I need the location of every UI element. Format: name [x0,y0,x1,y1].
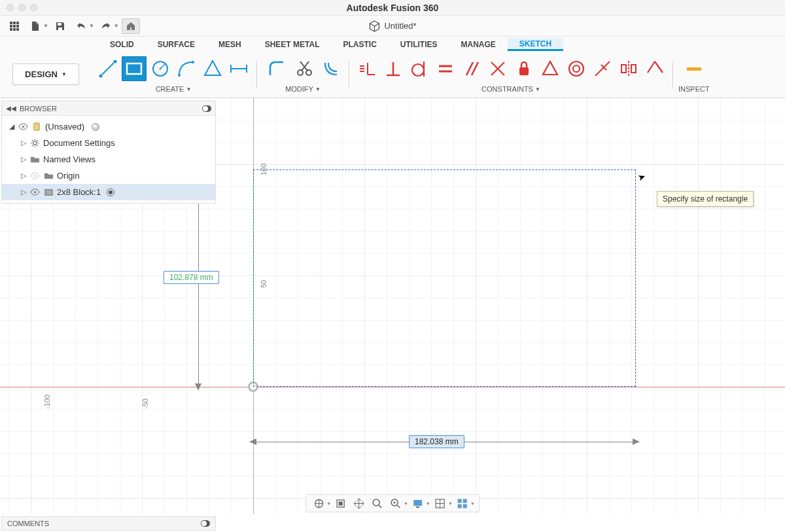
undo-icon[interactable] [72,18,90,34]
svg-rect-0 [10,22,12,24]
rectangle-tool-icon[interactable] [122,56,147,81]
document-tab[interactable]: Untitled* [368,20,416,32]
equal-constraint-icon[interactable] [433,56,458,81]
arc-tool-icon[interactable] [174,56,199,81]
zoom-window-icon[interactable] [387,496,404,510]
svg-line-16 [160,63,166,69]
grid-settings-icon[interactable] [432,496,449,510]
browser-header[interactable]: ◀◀ BROWSER [2,101,215,116]
save-icon[interactable] [51,18,69,34]
tab-manage[interactable]: MANAGE [449,39,507,51]
tab-mesh[interactable]: MESH [207,39,253,51]
svg-rect-2 [16,22,19,24]
home-icon[interactable] [122,18,140,34]
chevron-down-icon[interactable]: ▼ [43,23,48,29]
orbit-icon[interactable] [310,496,327,510]
comments-panel-header[interactable]: COMMENTS [1,516,216,531]
coincident-constraint-icon[interactable] [485,56,510,81]
tree-item-document-settings[interactable]: ▷ Document Settings [2,135,215,151]
folder-icon [43,171,54,181]
perpendicular-constraint-icon[interactable] [381,56,406,81]
pan-icon[interactable] [351,496,368,510]
tab-sheet-metal[interactable]: SHEET METAL [253,39,332,51]
group-label-constraints[interactable]: CONSTRAINTS ▼ [481,85,540,93]
ribbon-group-inspect: INSPECT [674,51,710,98]
zoom-icon[interactable] [369,496,386,510]
sketch-rectangle[interactable] [253,169,636,387]
document-name: Untitled* [384,21,416,31]
redo-icon[interactable] [97,18,115,34]
fillet-tool-icon[interactable] [262,56,291,81]
ribbon-group-constraints: CONSTRAINTS ▼ [351,51,671,98]
dimension-tool-icon[interactable] [226,56,251,81]
polygon-tool-icon[interactable] [200,56,225,81]
workspace-switcher[interactable]: DESIGN ▼ [12,63,79,85]
component-icon [43,187,54,197]
width-dimension-input[interactable]: 182.038 mm [409,435,464,448]
tab-surface[interactable]: SURFACE [146,39,207,51]
chevron-down-icon[interactable]: ▼ [114,23,119,29]
quick-access-toolbar: ▼ ▼ ▼ Untitled* [0,16,785,37]
tab-sketch[interactable]: SKETCH [508,38,563,51]
curvature-constraint-icon[interactable] [642,56,667,81]
inspect-tool-icon[interactable] [682,56,706,81]
trim-tool-icon[interactable] [292,56,317,81]
tree-item-block[interactable]: ▷ 2x8 Block:1 [2,184,215,200]
height-dimension-input[interactable]: 102.878 mm [164,271,219,284]
maximize-window-icon[interactable] [30,4,37,11]
eye-icon[interactable] [18,122,28,132]
component-icon [31,122,42,132]
line-tool-icon[interactable] [96,56,120,81]
activate-radio-icon[interactable] [107,188,114,196]
collinear-constraint-icon[interactable] [590,56,615,81]
fix-constraint-icon[interactable] [512,56,536,81]
appearance-icon[interactable] [92,123,99,131]
browser-tree: ◢ (Unsaved) ▷ Document Settings ▷ Named … [2,116,215,203]
data-panel-icon[interactable] [5,18,24,34]
tab-solid[interactable]: SOLID [98,39,146,51]
file-menu-icon[interactable] [26,18,44,34]
parallel-constraint-icon[interactable] [459,56,484,81]
close-window-icon[interactable] [7,4,14,11]
svg-point-19 [192,61,194,63]
window-titlebar: Autodesk Fusion 360 [0,0,785,16]
svg-rect-68 [414,500,423,506]
symmetry-constraint-icon[interactable] [616,56,641,81]
tooltip: Specify size of rectangle [657,191,754,207]
traffic-lights [0,4,37,11]
horizontal-constraint-icon[interactable] [355,56,379,81]
folder-icon [29,154,40,164]
svg-point-18 [178,74,181,77]
axis-tick-label: -100 [43,395,51,409]
circle-tool-icon[interactable] [148,56,173,81]
eye-icon[interactable] [29,171,40,181]
tree-item-origin[interactable]: ▷ Origin [2,168,215,184]
tab-plastic[interactable]: PLASTIC [331,39,388,51]
svg-point-11 [99,75,103,78]
svg-rect-4 [13,25,16,27]
viewport-settings-icon[interactable] [454,496,471,510]
tab-utilities[interactable]: UTILITIES [389,39,449,51]
svg-line-13 [102,63,114,75]
tree-item-named-views[interactable]: ▷ Named Views [2,151,215,168]
look-at-icon[interactable] [332,496,349,510]
tree-root[interactable]: ◢ (Unsaved) [2,118,215,135]
svg-rect-9 [58,23,61,26]
group-label-modify[interactable]: MODIFY ▼ [285,85,321,93]
chevron-down-icon[interactable]: ▼ [89,23,94,29]
svg-rect-1 [13,22,16,24]
group-label-create[interactable]: CREATE ▼ [156,85,192,93]
display-settings-icon[interactable] [410,496,427,510]
svg-line-50 [648,62,655,73]
midpoint-constraint-icon[interactable] [538,56,563,81]
tangent-constraint-icon[interactable] [407,56,432,81]
concentric-constraint-icon[interactable] [564,56,589,81]
offset-tool-icon[interactable] [319,56,343,81]
svg-rect-52 [687,67,701,71]
svg-rect-73 [458,499,462,503]
pin-toggle-icon[interactable] [201,520,210,527]
collapse-icon[interactable]: ◀◀ [6,105,16,112]
eye-icon[interactable] [29,187,40,197]
pin-toggle-icon[interactable] [202,105,211,112]
minimize-window-icon[interactable] [18,4,26,11]
